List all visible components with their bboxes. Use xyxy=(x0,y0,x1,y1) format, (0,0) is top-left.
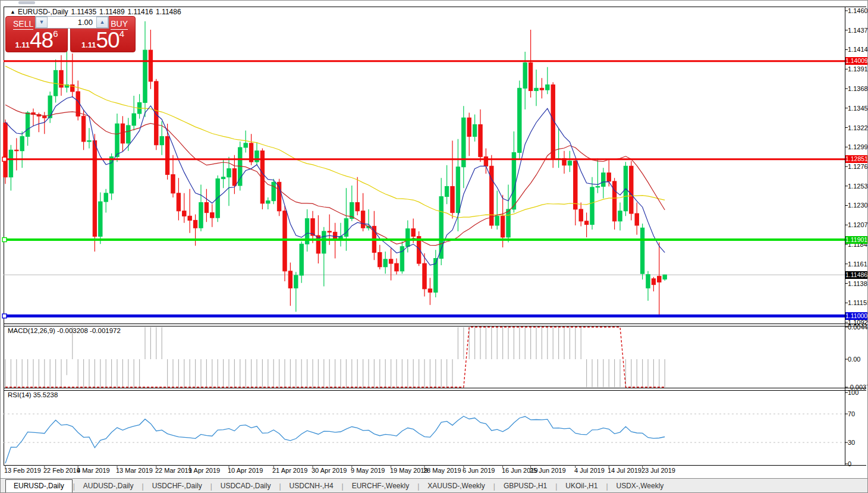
date-label: 13 Mar 2019 xyxy=(116,467,153,474)
price-tick-label: 1.13685 xyxy=(848,85,868,92)
price-tick-label: 1.12535 xyxy=(848,183,868,190)
chart-tab-audusd[interactable]: AUDUSD-,Daily xyxy=(76,480,141,492)
line-handle[interactable] xyxy=(2,157,7,161)
rsi-axis-label: 30 xyxy=(848,439,855,446)
date-label: 25 Jun 2019 xyxy=(530,467,566,474)
price-line-label: 1.11486 xyxy=(845,271,867,279)
price-tick-label: 1.11615 xyxy=(848,260,868,268)
date-label: 1 Apr 2019 xyxy=(188,467,220,474)
chart-tab-usdx[interactable]: USDX-,Weekly xyxy=(609,480,672,492)
price-tick-label: 1.12765 xyxy=(848,163,868,170)
buy-price: 1.11504 xyxy=(71,29,135,50)
price-line-label: 1.14009 xyxy=(845,57,867,65)
chart-tab-usdcnh[interactable]: USDCNH-,H4 xyxy=(282,480,341,492)
price-tick-label: 1.13915 xyxy=(848,65,868,73)
price-tick-label: 1.13225 xyxy=(848,124,868,131)
trading-platform-window: ▲EURUSD-,Daily1.114351.114891.114161.114… xyxy=(0,0,868,493)
volume-input[interactable] xyxy=(48,17,96,28)
date-label: 28 May 2019 xyxy=(423,467,461,474)
date-label: 14 Jul 2019 xyxy=(608,467,641,474)
buy-price-prefix: 1.11 xyxy=(81,40,96,49)
line-handle[interactable] xyxy=(2,238,7,242)
macd-axis-label: 0.004465 xyxy=(848,324,868,331)
panel-frames xyxy=(4,7,866,465)
price-tick-label: 1.11155 xyxy=(848,299,868,306)
price-line-label: 1.12851 xyxy=(845,155,867,163)
quote-close: 1.11486 xyxy=(156,8,181,16)
date-label: 22 Feb 2019 xyxy=(43,467,80,474)
date-label: 22 Mar 2019 xyxy=(155,467,192,474)
candles-layer xyxy=(4,21,667,315)
sell-price-sup: 6 xyxy=(53,29,58,39)
chart-tab-eurusd[interactable]: EURUSD-,Daily xyxy=(5,479,73,493)
price-tick-label: 1.12995 xyxy=(848,143,868,150)
date-label: 9 May 2019 xyxy=(351,467,385,474)
rsi-value: 35.5238 xyxy=(33,391,58,398)
line-handle[interactable] xyxy=(2,314,7,318)
date-label: 13 Feb 2019 xyxy=(4,467,41,474)
price-line-label: 1.11000 xyxy=(845,312,867,320)
chart-tab-usdchf[interactable]: USDCHF-,Daily xyxy=(144,480,210,492)
rsi-indicator-label: RSI(14) 35.5238 xyxy=(8,391,58,398)
date-label: 30 Apr 2019 xyxy=(312,467,347,474)
chart-tab-eurchf[interactable]: EURCHF-,Weekly xyxy=(344,480,417,492)
date-label: 19 May 2019 xyxy=(390,467,428,474)
quote-low: 1.11416 xyxy=(128,8,153,16)
sell-price: 1.11486 xyxy=(6,29,67,50)
macd-name: MACD(12,26,9) xyxy=(8,327,55,334)
macd-axis-label: 0.00 xyxy=(848,356,860,363)
rsi-axis-label: 70 xyxy=(848,410,855,417)
chart-tab-xauusd[interactable]: XAUUSD-,Weekly xyxy=(420,480,492,492)
price-tick-label: 1.12305 xyxy=(848,202,868,209)
price-tick-label: 1.13455 xyxy=(848,105,868,112)
rsi-axis-label: 100 xyxy=(848,389,858,396)
sell-price-prefix: 1.11 xyxy=(15,40,30,49)
buy-price-big: 50 xyxy=(96,28,119,52)
quote-open: 1.11435 xyxy=(71,8,97,16)
macd-histogram xyxy=(5,327,665,387)
date-label: 6 Jun 2019 xyxy=(463,467,495,474)
volume-decrement-button[interactable]: ▼ xyxy=(36,17,48,28)
chart-canvas[interactable] xyxy=(1,1,868,479)
volume-spinner: ▼ ▲ xyxy=(35,16,109,29)
one-click-trading-panel: SELL 1.11486 BUY 1.11504 ▼ ▲ xyxy=(5,16,136,52)
date-label: 21 Apr 2019 xyxy=(272,467,307,474)
chart-tab-usdcad[interactable]: USDCAD-,Daily xyxy=(213,480,279,492)
date-label: 10 Apr 2019 xyxy=(228,467,263,474)
rsi-name: RSI(14) xyxy=(8,391,32,398)
macd-indicator-label: MACD(12,26,9) -0.003208 -0.001972 xyxy=(8,327,121,334)
symbol-name: EURUSD-,Daily xyxy=(18,8,68,16)
date-label: 4 Mar 2019 xyxy=(77,467,110,474)
rsi-line xyxy=(5,416,665,463)
price-tick-label: 1.12075 xyxy=(848,221,868,228)
price-tick-label: 1.14375 xyxy=(848,27,868,34)
chart-tab-ukoil[interactable]: UKOil-,H1 xyxy=(558,480,605,492)
chart-tab-gbpusd[interactable]: GBPUSD-,H1 xyxy=(496,480,555,492)
quote-high: 1.11489 xyxy=(99,8,125,16)
sell-price-big: 48 xyxy=(30,28,53,52)
price-tick-label: 1.14145 xyxy=(848,46,868,53)
rsi-panel xyxy=(4,414,845,442)
price-line-label: 1.11901 xyxy=(845,236,867,244)
macd-values: -0.003208 -0.001972 xyxy=(57,327,121,334)
symbol-direction-icon: ▲ xyxy=(10,9,15,15)
buy-price-sup: 4 xyxy=(119,29,124,39)
date-label: 23 Jul 2019 xyxy=(641,467,675,474)
chart-tab-bar: EURUSD-,Daily|AUDUSD-,Daily|USDCHF-,Dail… xyxy=(1,478,868,493)
price-tick-label: 1.11385 xyxy=(848,280,868,287)
volume-increment-button[interactable]: ▲ xyxy=(96,17,108,28)
date-label: 4 Jul 2019 xyxy=(574,467,605,474)
symbol-ohlc-header: ▲EURUSD-,Daily1.114351.114891.114161.114… xyxy=(10,8,184,16)
price-tick-label: 1.14605 xyxy=(848,7,868,14)
rsi-axis-label: 0 xyxy=(848,460,851,467)
